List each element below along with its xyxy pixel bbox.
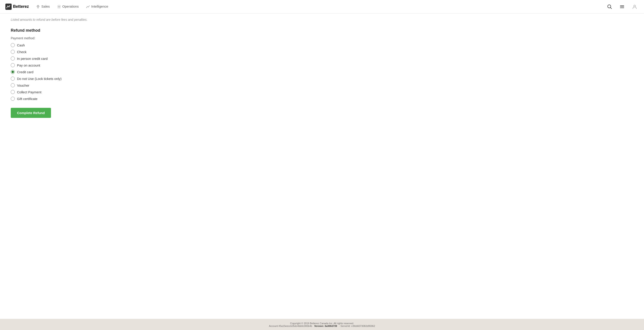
search-button[interactable] [606,3,614,11]
nav-item-intelligence[interactable]: Intelligence [86,3,108,9]
label-check: Check [17,50,26,54]
radio-pay-on-account[interactable] [11,63,15,67]
radio-in-person-credit-card[interactable] [11,56,15,60]
nav-intelligence-label: Intelligence [91,4,108,9]
nav-sales-label: Sales [41,4,50,9]
label-in-person-credit-card: In person credit card [17,57,48,60]
user-icon [632,4,637,9]
payment-option-collect-payment[interactable]: Collect Payment [11,90,633,94]
gear-icon [57,5,61,9]
menu-button[interactable] [618,3,626,11]
section-title: Refund method [11,28,633,33]
radio-cash[interactable] [11,43,15,47]
logo-text: Betterez [13,4,29,9]
navbar-nav: Sales Operations Intelligence [36,3,606,9]
nav-item-operations[interactable]: Operations [57,3,79,9]
footer: Copyright © 2019 Betterez Canada Inc. Al… [0,319,644,330]
main-content: Listed amounts to refund are before fees… [0,13,644,319]
chart-icon [86,5,90,9]
radio-check[interactable] [11,50,15,54]
label-pay-on-account: Pay on account [17,63,40,67]
label-voucher: Voucher [17,84,29,87]
refund-section: Refund method Payment method: Cash Check… [0,24,644,127]
radio-gift-certificate[interactable] [11,97,15,101]
nav-operations-label: Operations [62,4,79,9]
payment-option-in-person-credit-card[interactable]: In person credit card [11,56,633,60]
notice-text: Listed amounts to refund are before fees… [0,13,644,24]
navbar: Betterez Sales Operations Intelligence [0,0,644,13]
logo-icon [5,3,12,10]
account-info: Account #5a15eeccb35dc4bb0c000b4b [269,325,312,327]
svg-point-8 [634,5,636,7]
label-cash: Cash [17,43,25,47]
complete-refund-button[interactable]: Complete Refund [11,108,51,118]
radio-voucher[interactable] [11,83,15,87]
svg-line-4 [610,7,612,9]
payment-option-pay-on-account[interactable]: Pay on account [11,63,633,67]
copyright-text: Copyright © 2019 Betterez Canada Inc. Al… [290,322,354,325]
label-collect-payment: Collect Payment [17,90,41,94]
logo[interactable]: Betterez [5,3,29,10]
payment-option-gift-certificate[interactable]: Gift certificate [11,97,633,101]
nav-item-sales[interactable]: Sales [36,3,50,9]
navbar-actions [606,3,639,11]
svg-point-2 [58,6,60,7]
version-value: 3a300d739 [325,325,337,327]
footer-text: Copyright © 2019 Betterez Canada Inc. Al… [3,322,641,327]
radio-do-not-use[interactable] [11,77,15,81]
server-info: · ServerId: i-0feb6073082d95962 [339,325,375,327]
diamond-icon [36,5,40,9]
payment-method-label: Payment method: [11,36,633,40]
payment-radio-group: Cash Check In person credit card Pay on … [11,43,633,101]
payment-option-check[interactable]: Check [11,50,633,54]
label-gift-certificate: Gift certificate [17,97,38,101]
version-label: Version: [314,325,324,327]
radio-credit-card[interactable] [11,70,15,74]
hamburger-icon [620,4,624,9]
radio-collect-payment[interactable] [11,90,15,94]
search-icon [607,4,612,9]
label-do-not-use: Do not Use (Lock tickets only) [17,77,62,81]
user-button[interactable] [630,3,639,11]
payment-option-voucher[interactable]: Voucher [11,83,633,87]
label-credit-card: Credit card [17,70,33,74]
payment-option-credit-card[interactable]: Credit card [11,70,633,74]
payment-option-do-not-use[interactable]: Do not Use (Lock tickets only) [11,77,633,81]
payment-option-cash[interactable]: Cash [11,43,633,47]
